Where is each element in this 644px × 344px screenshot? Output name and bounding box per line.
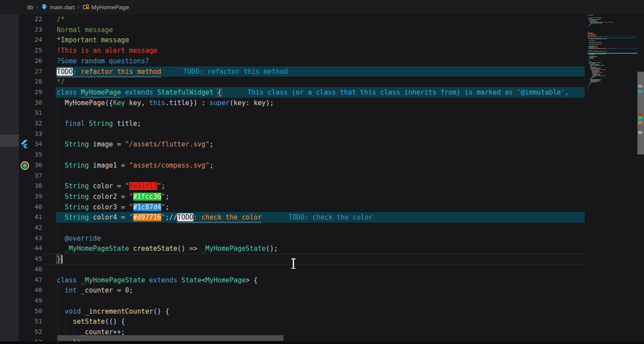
minimap-line	[592, 72, 601, 73]
code-text: String color3 = "#1c87d4";	[65, 202, 169, 212]
minimap-line	[588, 85, 589, 86]
line-number[interactable]: 44	[19, 243, 42, 254]
flutter-gutter-icon[interactable]	[20, 140, 29, 148]
code-line[interactable]: 26?Some random questions?	[19, 56, 644, 66]
line-number[interactable]: 32	[19, 118, 42, 129]
line-number[interactable]: 48	[19, 285, 42, 296]
line-number[interactable]: 26	[19, 56, 42, 66]
line-number[interactable]: 31	[19, 108, 42, 118]
code-line[interactable]: 38String color = "#e91f13";	[19, 181, 644, 191]
line-number[interactable]: 39	[19, 191, 42, 202]
breadcrumb-item-lib[interactable]: lib	[27, 4, 33, 11]
code-line[interactable]: 34String image = "/assets/flutter.svg";	[19, 139, 644, 150]
line-number[interactable]: 28	[19, 77, 42, 87]
line-number[interactable]: 52	[19, 327, 42, 337]
line-number[interactable]: 22	[19, 14, 42, 25]
code-line[interactable]: 42	[19, 223, 644, 233]
window-bottom-edge	[0, 341, 644, 344]
line-number[interactable]: 38	[19, 181, 42, 191]
minimap-line	[595, 23, 602, 23]
code-line[interactable]: 29class MyHomePage extends StatefulWidge…	[19, 87, 644, 98]
minimap-line	[594, 65, 599, 66]
line-number[interactable]: 33	[19, 129, 42, 139]
code-line[interactable]: 30MyHomePage({Key key, this.title}) : su…	[19, 98, 644, 108]
minimap-line	[590, 56, 597, 57]
code-line[interactable]: 47class _MyHomePageState extends State<M…	[19, 275, 644, 285]
minimap-line	[590, 44, 594, 44]
color-swatch: #1fcc36	[133, 193, 161, 201]
line-number[interactable]: 23	[19, 25, 42, 35]
code-text: void _incrementCounter() {	[65, 306, 169, 317]
code-line[interactable]: 32final String title;	[19, 118, 644, 129]
line-number[interactable]: 45	[19, 254, 42, 264]
line-number[interactable]: 25	[19, 45, 42, 56]
minimap-line	[591, 70, 600, 71]
code-line[interactable]: 35	[19, 150, 644, 160]
line-number[interactable]: 30	[19, 98, 42, 108]
code-line[interactable]: 46	[19, 264, 644, 275]
breadcrumb-item-file[interactable]: main.dart	[50, 4, 75, 11]
code-line[interactable]: 41String color4 = "#d97716";//TODO: chec…	[19, 212, 644, 223]
code-text: setState(() {	[73, 316, 125, 327]
code-text: final String title;	[65, 118, 141, 129]
code-line[interactable]: 27TODO: refactor this methodTODO: refact…	[19, 66, 644, 77]
minimap-line	[590, 38, 593, 38]
code-line[interactable]: 45}	[19, 254, 644, 264]
code-line[interactable]: 43@override	[19, 233, 644, 244]
breadcrumb: lib › main.dart › MyHomePage	[0, 0, 644, 14]
editor-pane[interactable]: 22/*23Normal message24*Important message…	[0, 14, 644, 344]
code-line[interactable]: 31	[19, 108, 644, 118]
line-number[interactable]: 43	[19, 233, 42, 244]
code-line[interactable]: 51setState(() {	[19, 316, 644, 327]
line-number[interactable]: 35	[19, 150, 42, 160]
line-number[interactable]: 49	[19, 296, 42, 306]
code-line[interactable]: 24*Important message	[19, 35, 644, 45]
code-line[interactable]: 40String color3 = "#1c87d4";	[19, 202, 644, 212]
code-text: int _counter = 0;	[65, 285, 133, 296]
minimap-line	[589, 84, 590, 84]
minimap-line	[595, 18, 601, 18]
line-number[interactable]: 27	[19, 66, 42, 77]
minimap-line	[595, 64, 600, 65]
code-line[interactable]: 39String color2 = "#1fcc36";	[19, 191, 644, 202]
code-line[interactable]: 22/*	[19, 14, 644, 25]
code-line[interactable]: 37	[19, 171, 644, 181]
minimap[interactable]	[588, 14, 637, 344]
code-line[interactable]: 25!This is an alert message	[19, 45, 644, 56]
dart-icon	[41, 4, 48, 11]
minimap-line	[589, 26, 589, 26]
line-number[interactable]: 51	[19, 316, 42, 327]
minimap-line	[588, 35, 596, 36]
compass-gutter-icon[interactable]	[20, 161, 29, 169]
minimap-line	[594, 55, 595, 55]
code-line[interactable]: 28*/	[19, 77, 644, 87]
line-number[interactable]: 24	[19, 35, 42, 45]
ghost-todo-text: TODO: check the color	[288, 212, 373, 223]
line-number[interactable]: 37	[19, 171, 42, 181]
minimap-line	[604, 38, 633, 38]
code-line[interactable]: 36String image1 = "assets/compass.svg";	[19, 160, 644, 171]
line-number[interactable]: 41	[19, 212, 42, 223]
line-number[interactable]: 50	[19, 306, 42, 317]
scrollbar-vertical[interactable]	[637, 14, 644, 344]
minimap-line	[589, 50, 592, 51]
code-line[interactable]: 33	[19, 129, 644, 139]
code-line[interactable]: 50void _incrementCounter() {	[19, 306, 644, 317]
minimap-line	[594, 42, 601, 43]
code-line[interactable]: 44_MyHomePageState createState() => _MyH…	[19, 243, 644, 254]
code-text: !This is an alert message	[57, 45, 157, 56]
scrollbar-vertical-thumb[interactable]	[637, 72, 644, 154]
minimap-line	[602, 38, 603, 38]
breadcrumb-item-symbol[interactable]: MyHomePage	[91, 4, 129, 11]
scrollbar-horizontal-thumb[interactable]	[57, 335, 284, 341]
code-text: TODO: refactor this method	[57, 66, 161, 77]
line-number[interactable]: 46	[19, 264, 42, 275]
line-number[interactable]: 47	[19, 275, 42, 285]
code-line[interactable]: 48int _counter = 0;	[19, 285, 644, 296]
code-line[interactable]: 23Normal message	[19, 25, 644, 35]
line-number[interactable]: 29	[19, 87, 42, 98]
minimap-line	[593, 75, 599, 75]
code-line[interactable]: 49	[19, 296, 644, 306]
line-number[interactable]: 42	[19, 223, 42, 233]
line-number[interactable]: 40	[19, 202, 42, 212]
